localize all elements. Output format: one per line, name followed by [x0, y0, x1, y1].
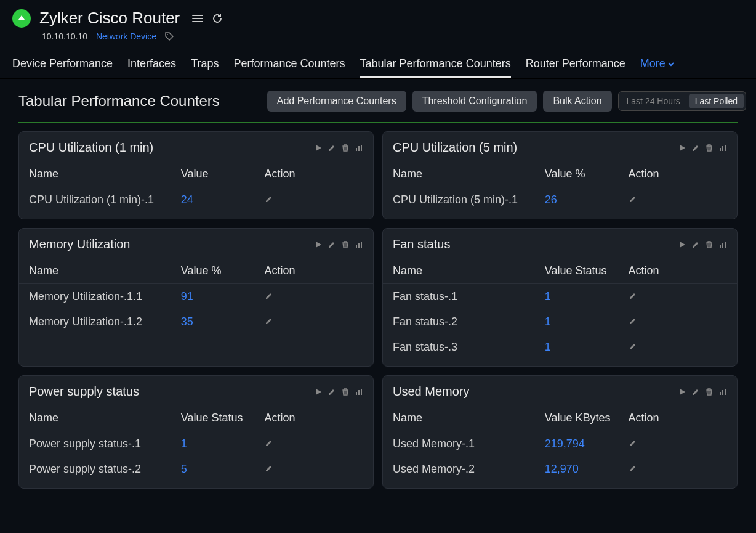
column-header: Action: [629, 412, 727, 425]
counter-table: NameValueActionCPU Utilization (1 min)-.…: [19, 161, 373, 213]
chart-icon[interactable]: [718, 144, 727, 152]
edit-icon[interactable]: [629, 195, 637, 203]
edit-icon[interactable]: [265, 464, 273, 473]
svg-rect-16: [720, 392, 721, 395]
chart-icon[interactable]: [355, 388, 363, 396]
chart-icon[interactable]: [718, 388, 727, 396]
panel-title: CPU Utilization (5 min): [393, 140, 517, 155]
time-last-polled-option[interactable]: Last Polled: [689, 94, 744, 108]
divider: [18, 122, 738, 123]
action-cell: [629, 437, 727, 450]
counter-name: Power supply status-.1: [29, 437, 181, 450]
edit-icon[interactable]: [328, 144, 336, 152]
device-type-link[interactable]: Network Device: [96, 31, 156, 41]
panel-actions: [314, 240, 363, 249]
edit-icon[interactable]: [691, 144, 700, 152]
edit-icon[interactable]: [691, 388, 700, 396]
counter-name: Used Memory-.2: [393, 463, 545, 476]
counter-name: Memory Utilization-.1.1: [29, 290, 181, 303]
svg-rect-7: [356, 245, 357, 248]
tab-router-performance[interactable]: Router Performance: [526, 57, 625, 78]
action-cell: [629, 341, 727, 354]
edit-icon[interactable]: [328, 240, 336, 249]
tab-interfaces[interactable]: Interfaces: [127, 57, 176, 78]
delete-icon[interactable]: [705, 144, 714, 152]
bulk-action-button[interactable]: Bulk Action: [543, 91, 611, 112]
delete-icon[interactable]: [341, 388, 350, 396]
add-counters-button[interactable]: Add Performance Counters: [267, 91, 406, 112]
counter-panel: CPU Utilization (1 min)NameValueActionCP…: [18, 131, 374, 219]
counter-panel: Fan statusNameValue StatusActionFan stat…: [382, 228, 738, 367]
play-icon[interactable]: [678, 144, 686, 152]
edit-icon[interactable]: [328, 388, 336, 396]
play-icon[interactable]: [314, 240, 323, 249]
action-cell: [629, 290, 727, 303]
table-row: Memory Utilization-.1.191: [19, 284, 373, 309]
action-cell: [265, 290, 363, 303]
chart-icon[interactable]: [718, 240, 727, 249]
edit-icon[interactable]: [691, 240, 700, 249]
delete-icon[interactable]: [341, 240, 350, 249]
play-icon[interactable]: [314, 144, 323, 152]
menu-icon[interactable]: [191, 12, 204, 25]
counter-table: NameValue StatusActionPower supply statu…: [19, 405, 373, 482]
edit-icon[interactable]: [265, 439, 273, 447]
counter-name: Fan status-.1: [393, 290, 545, 303]
subtitle-row: 10.10.10.10 Network Device: [42, 31, 744, 41]
tab-device-performance[interactable]: Device Performance: [12, 57, 113, 78]
table-row: CPU Utilization (5 min)-.126: [383, 187, 737, 213]
chart-icon[interactable]: [355, 144, 363, 152]
action-cell: [629, 193, 727, 206]
delete-icon[interactable]: [705, 240, 714, 249]
svg-rect-17: [722, 390, 723, 395]
tabs-nav: Device Performance Interfaces Traps Perf…: [0, 46, 756, 79]
edit-icon[interactable]: [265, 291, 273, 300]
tag-icon[interactable]: [165, 32, 174, 41]
panel-header: CPU Utilization (1 min): [19, 140, 373, 161]
title-row: Zylker Cisco Router: [12, 9, 744, 28]
device-title: Zylker Cisco Router: [39, 9, 180, 28]
column-header: Value: [181, 168, 265, 181]
edit-icon[interactable]: [265, 195, 273, 203]
edit-icon[interactable]: [265, 317, 273, 325]
time-24h-option[interactable]: Last 24 Hours: [621, 94, 686, 108]
edit-icon[interactable]: [629, 291, 637, 300]
table-row: Used Memory-.212,970: [383, 457, 737, 482]
tab-traps[interactable]: Traps: [191, 57, 219, 78]
chart-icon[interactable]: [355, 240, 363, 249]
column-header: Name: [393, 264, 545, 277]
table-header-row: NameValue StatusAction: [383, 258, 737, 284]
table-row: Fan status-.31: [383, 335, 737, 360]
action-cell: [629, 463, 727, 476]
svg-rect-6: [725, 145, 726, 151]
table-row: Used Memory-.1219,794: [383, 431, 737, 457]
column-header: Value Status: [181, 412, 265, 425]
refresh-icon[interactable]: [211, 12, 224, 25]
column-header: Action: [265, 412, 363, 425]
edit-icon[interactable]: [629, 464, 637, 473]
panel-actions: [314, 144, 363, 152]
counter-table: NameValue %ActionCPU Utilization (5 min)…: [383, 161, 737, 213]
svg-rect-10: [720, 245, 721, 248]
delete-icon[interactable]: [705, 388, 714, 396]
status-up-icon: [12, 9, 31, 28]
edit-icon[interactable]: [629, 439, 637, 447]
counter-name: Memory Utilization-.1.2: [29, 315, 181, 328]
edit-icon[interactable]: [629, 317, 637, 325]
action-cell: [265, 193, 363, 206]
column-header: Name: [29, 264, 181, 277]
panel-header: CPU Utilization (5 min): [383, 140, 737, 161]
edit-icon[interactable]: [629, 342, 637, 351]
play-icon[interactable]: [678, 388, 686, 396]
delete-icon[interactable]: [341, 144, 350, 152]
play-icon[interactable]: [678, 240, 686, 249]
counter-table: NameValue KBytesActionUsed Memory-.1219,…: [383, 405, 737, 482]
svg-rect-9: [361, 242, 362, 248]
panel-actions: [678, 388, 727, 396]
tab-tabular-performance-counters[interactable]: Tabular Performance Counters: [360, 57, 511, 78]
play-icon[interactable]: [314, 388, 323, 396]
threshold-config-button[interactable]: Threshold Configuration: [412, 91, 537, 112]
tab-performance-counters[interactable]: Performance Counters: [233, 57, 345, 78]
column-header: Name: [393, 168, 545, 181]
tab-more[interactable]: More: [640, 57, 674, 78]
